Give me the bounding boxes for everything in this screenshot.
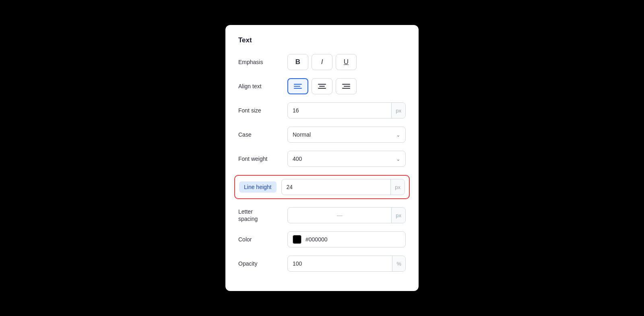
align-text-row: Align text bbox=[238, 78, 406, 94]
line-height-unit: px bbox=[390, 179, 405, 195]
align-center-icon bbox=[318, 84, 326, 89]
font-weight-label: Font weight bbox=[238, 156, 283, 162]
case-dropdown[interactable]: Normal ⌄ bbox=[287, 127, 406, 143]
emphasis-label: Emphasis bbox=[238, 59, 283, 65]
italic-button[interactable]: I bbox=[312, 54, 332, 70]
case-label: Case bbox=[238, 131, 283, 138]
align-center-button[interactable] bbox=[312, 78, 332, 94]
color-input-wrap[interactable]: #000000 bbox=[287, 231, 406, 247]
font-size-row: Font size px bbox=[238, 102, 406, 118]
letter-spacing-unit: px bbox=[391, 208, 405, 223]
color-row: Color #000000 bbox=[238, 231, 406, 247]
italic-icon: I bbox=[321, 58, 323, 66]
letter-spacing-row: Letter spacing px bbox=[238, 207, 406, 223]
line-height-input[interactable] bbox=[282, 184, 391, 190]
font-size-label: Font size bbox=[238, 107, 283, 114]
align-left-icon bbox=[294, 84, 302, 89]
case-chevron-icon: ⌄ bbox=[396, 132, 400, 138]
color-swatch bbox=[293, 235, 301, 244]
opacity-input-wrap: % bbox=[287, 256, 406, 272]
line-height-input-wrap: px bbox=[281, 179, 405, 195]
bold-icon: B bbox=[295, 58, 300, 66]
align-right-button[interactable] bbox=[336, 78, 357, 94]
letter-spacing-label: Letter spacing bbox=[238, 208, 283, 222]
opacity-unit: % bbox=[392, 256, 405, 271]
text-settings-panel: Text Emphasis B I U Align text bbox=[225, 25, 419, 291]
align-right-icon bbox=[342, 84, 350, 89]
align-left-button[interactable] bbox=[287, 78, 308, 94]
bold-button[interactable]: B bbox=[287, 54, 308, 70]
color-hex-value: #000000 bbox=[305, 236, 328, 243]
line-height-highlight: Line height px bbox=[234, 175, 410, 199]
align-text-controls bbox=[287, 78, 406, 94]
underline-icon: U bbox=[344, 58, 349, 66]
color-label: Color bbox=[238, 236, 283, 243]
font-size-unit: px bbox=[391, 103, 405, 118]
line-height-label: Line height bbox=[239, 181, 277, 193]
font-size-input-wrap: px bbox=[287, 102, 406, 118]
panel-title: Text bbox=[238, 36, 406, 44]
letter-spacing-input-wrap: px bbox=[287, 207, 406, 223]
opacity-row: Opacity % bbox=[238, 256, 406, 272]
case-value: Normal bbox=[293, 131, 311, 138]
font-size-input[interactable] bbox=[288, 107, 391, 114]
font-weight-row: Font weight 400 ⌄ bbox=[238, 151, 406, 167]
underline-button[interactable]: U bbox=[336, 54, 357, 70]
emphasis-row: Emphasis B I U bbox=[238, 54, 406, 70]
font-weight-dropdown[interactable]: 400 ⌄ bbox=[287, 151, 406, 167]
emphasis-controls: B I U bbox=[287, 54, 406, 70]
case-row: Case Normal ⌄ bbox=[238, 127, 406, 143]
opacity-label: Opacity bbox=[238, 260, 283, 267]
align-text-label: Align text bbox=[238, 83, 283, 89]
font-weight-chevron-icon: ⌄ bbox=[396, 156, 400, 162]
font-weight-value: 400 bbox=[293, 156, 302, 162]
opacity-input[interactable] bbox=[288, 260, 392, 267]
letter-spacing-input[interactable] bbox=[288, 212, 391, 218]
